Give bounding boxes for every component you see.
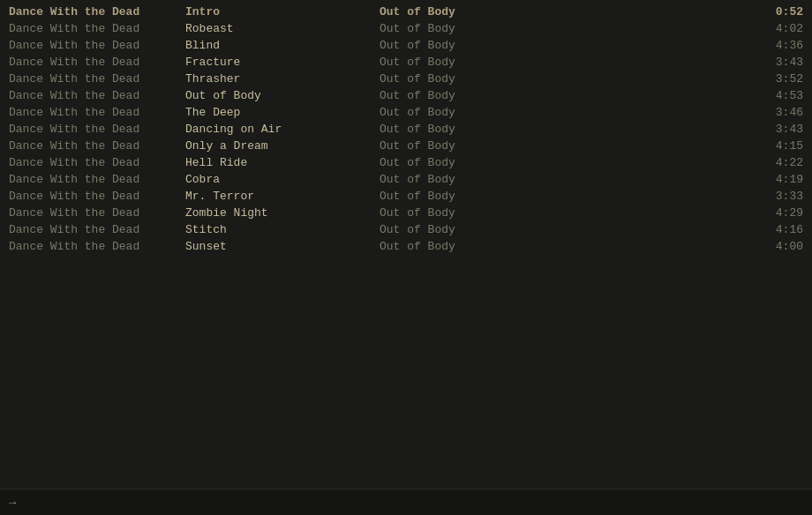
track-duration: 4:36: [750, 39, 803, 52]
track-duration: 3:33: [750, 190, 803, 203]
track-duration: 4:00: [750, 240, 803, 253]
track-title: Blind: [185, 39, 380, 52]
track-list: Dance With the Dead Intro Out of Body 0:…: [0, 0, 812, 258]
track-duration: 3:46: [750, 106, 803, 119]
track-duration: 4:22: [750, 156, 803, 169]
bottom-bar: →: [0, 489, 812, 515]
header-title: Intro: [185, 5, 380, 19]
track-title: Hell Ride: [185, 156, 380, 169]
track-artist: Dance With the Dead: [9, 106, 185, 119]
track-album: Out of Body: [380, 206, 750, 220]
table-row[interactable]: Dance With the DeadZombie NightOut of Bo…: [0, 205, 812, 221]
table-row[interactable]: Dance With the DeadHell RideOut of Body4…: [0, 154, 812, 171]
track-duration: 3:43: [750, 56, 803, 69]
track-album: Out of Body: [380, 89, 750, 102]
table-row[interactable]: Dance With the DeadOnly a DreamOut of Bo…: [0, 138, 812, 154]
header-album: Out of Body: [380, 5, 750, 19]
table-row[interactable]: Dance With the DeadCobraOut of Body4:19: [0, 171, 812, 188]
track-album: Out of Body: [380, 156, 750, 169]
track-artist: Dance With the Dead: [9, 39, 185, 52]
track-title: Out of Body: [185, 89, 380, 102]
track-artist: Dance With the Dead: [9, 156, 185, 169]
track-artist: Dance With the Dead: [9, 190, 185, 203]
track-artist: Dance With the Dead: [9, 139, 185, 153]
track-duration: 4:15: [750, 139, 803, 153]
header-artist: Dance With the Dead: [9, 5, 185, 19]
track-artist: Dance With the Dead: [9, 223, 185, 236]
track-list-header: Dance With the Dead Intro Out of Body 0:…: [0, 4, 812, 20]
track-title: Fracture: [185, 56, 380, 69]
track-duration: 3:52: [750, 72, 803, 86]
table-row[interactable]: Dance With the DeadBlindOut of Body4:36: [0, 37, 812, 54]
track-artist: Dance With the Dead: [9, 173, 185, 186]
table-row[interactable]: Dance With the DeadSunsetOut of Body4:00: [0, 238, 812, 255]
table-row[interactable]: Dance With the DeadRobeastOut of Body4:0…: [0, 20, 812, 37]
track-artist: Dance With the Dead: [9, 22, 185, 35]
track-artist: Dance With the Dead: [9, 56, 185, 69]
table-row[interactable]: Dance With the DeadFractureOut of Body3:…: [0, 54, 812, 71]
track-title: The Deep: [185, 106, 380, 119]
track-album: Out of Body: [380, 22, 750, 35]
track-artist: Dance With the Dead: [9, 240, 185, 253]
track-artist: Dance With the Dead: [9, 72, 185, 86]
track-album: Out of Body: [380, 123, 750, 136]
table-row[interactable]: Dance With the DeadMr. TerrorOut of Body…: [0, 188, 812, 205]
track-title: Mr. Terror: [185, 190, 380, 203]
track-title: Cobra: [185, 173, 380, 186]
track-album: Out of Body: [380, 190, 750, 203]
track-album: Out of Body: [380, 72, 750, 86]
track-title: Robeast: [185, 22, 380, 35]
track-album: Out of Body: [380, 39, 750, 52]
track-album: Out of Body: [380, 56, 750, 69]
track-title: Sunset: [185, 240, 380, 253]
track-title: Zombie Night: [185, 206, 380, 220]
track-duration: 3:43: [750, 123, 803, 136]
track-album: Out of Body: [380, 173, 750, 186]
track-duration: 4:53: [750, 89, 803, 102]
track-album: Out of Body: [380, 223, 750, 236]
track-title: Stitch: [185, 223, 380, 236]
track-album: Out of Body: [380, 106, 750, 119]
track-album: Out of Body: [380, 139, 750, 153]
table-row[interactable]: Dance With the DeadOut of BodyOut of Bod…: [0, 87, 812, 104]
header-duration: 0:52: [750, 5, 803, 19]
table-row[interactable]: Dance With the DeadStitchOut of Body4:16: [0, 221, 812, 238]
table-row[interactable]: Dance With the DeadThe DeepOut of Body3:…: [0, 104, 812, 121]
track-duration: 4:16: [750, 223, 803, 236]
track-artist: Dance With the Dead: [9, 89, 185, 102]
track-title: Thrasher: [185, 72, 380, 86]
arrow-icon: →: [9, 496, 16, 510]
track-title: Only a Dream: [185, 139, 380, 153]
table-row[interactable]: Dance With the DeadDancing on AirOut of …: [0, 121, 812, 138]
track-album: Out of Body: [380, 240, 750, 253]
track-duration: 4:19: [750, 173, 803, 186]
track-duration: 4:02: [750, 22, 803, 35]
track-artist: Dance With the Dead: [9, 123, 185, 136]
table-row[interactable]: Dance With the DeadThrasherOut of Body3:…: [0, 71, 812, 87]
track-title: Dancing on Air: [185, 123, 380, 136]
track-artist: Dance With the Dead: [9, 206, 185, 220]
track-duration: 4:29: [750, 206, 803, 220]
